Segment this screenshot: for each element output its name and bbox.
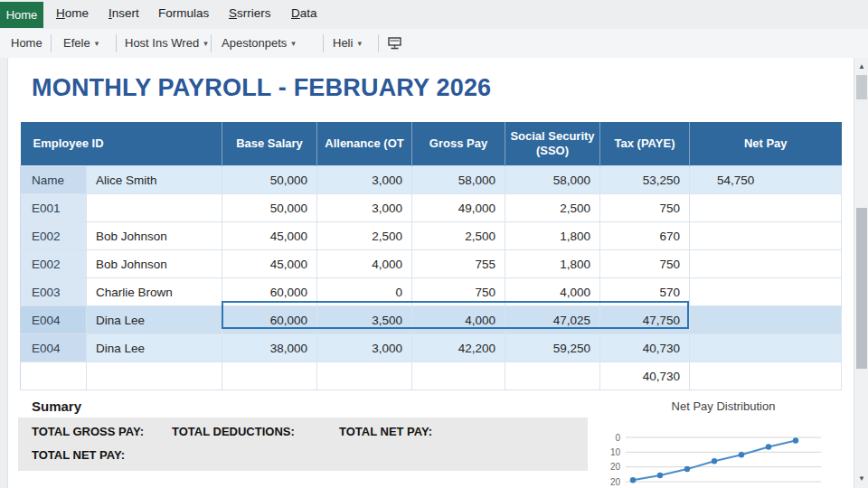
table-cell[interactable]: Dina Lee — [87, 306, 222, 334]
table-cell[interactable]: 750 — [600, 194, 690, 222]
column-header[interactable]: Tax (PAYE) — [600, 122, 690, 166]
table-cell[interactable] — [87, 194, 222, 222]
table-cell[interactable]: 2,500 — [505, 194, 600, 222]
table-cell[interactable]: 2,500 — [412, 222, 505, 250]
toolbar-item-apestonpets[interactable]: Apestonpets▾ — [222, 36, 296, 50]
scroll-up-icon[interactable]: ▲ — [854, 60, 868, 72]
column-header[interactable]: Gross Pay — [412, 122, 505, 166]
table-cell[interactable]: 45,000 — [222, 222, 317, 250]
menu-item-insert[interactable]: Insert — [108, 6, 139, 20]
table-cell[interactable]: 42,200 — [412, 334, 505, 362]
table-cell[interactable]: 3,000 — [317, 194, 412, 222]
table-cell[interactable]: 1,800 — [505, 250, 600, 278]
table-cell[interactable]: 3,500 — [317, 306, 412, 334]
table-row: E003Charlie Brown60,00007504,000570 — [21, 278, 842, 306]
menu-item-data[interactable]: Data — [291, 6, 317, 20]
column-header[interactable]: Social Security (SSO) — [505, 122, 600, 166]
table-cell[interactable]: Alice Smith — [87, 166, 222, 194]
table-cell[interactable]: 0 — [317, 278, 412, 306]
table-cell[interactable]: 40,730 — [600, 334, 690, 362]
table-cell[interactable]: 4,000 — [505, 278, 600, 306]
toolbar-item-efele[interactable]: Efele▾ — [63, 36, 99, 50]
scrollbar-segment[interactable] — [856, 75, 867, 99]
table-row: E002Bob Johnson45,0002,5002,5001,800670 — [21, 222, 842, 250]
summary-heading: Sumary — [32, 399, 81, 414]
table-cell[interactable]: 50,000 — [222, 166, 317, 194]
vertical-scrollbar[interactable]: ▲ ▼ — [854, 58, 868, 488]
net-pay-chart[interactable]: Net Pay Distribution 2020100 — [588, 396, 859, 488]
table-cell[interactable]: Dina Lee — [87, 334, 222, 362]
menu-item-home[interactable]: Home — [56, 6, 89, 20]
table-cell[interactable] — [690, 306, 842, 334]
table-cell[interactable] — [690, 334, 842, 362]
total-net-pay-label-2: TOTAL NET PAY: — [32, 448, 125, 462]
table-cell[interactable]: E003 — [21, 278, 87, 306]
table-cell[interactable] — [690, 250, 842, 278]
column-header[interactable]: Net Pay — [690, 122, 842, 166]
table-cell[interactable]: E002 — [21, 250, 87, 278]
table-cell[interactable]: 58,000 — [505, 166, 600, 194]
table-cell[interactable]: 38,000 — [222, 334, 317, 362]
table-cell[interactable]: 3,000 — [317, 334, 412, 362]
table-cell[interactable]: 47,750 — [600, 306, 690, 334]
toolbar-item-heli[interactable]: Heli▾ — [333, 36, 362, 50]
table-cell[interactable]: 4,000 — [412, 306, 505, 334]
table-cell[interactable]: 570 — [600, 278, 690, 306]
table-cell[interactable]: 3,000 — [317, 166, 412, 194]
table-cell[interactable]: 40,730 — [600, 362, 690, 390]
table-cell[interactable]: E002 — [21, 222, 87, 250]
toolbar-separator — [378, 34, 379, 52]
table-cell[interactable] — [690, 194, 842, 222]
table-cell[interactable]: 58,000 — [412, 166, 505, 194]
menu-item-formulas[interactable]: Formulas — [158, 6, 209, 20]
table-cell[interactable]: 4,000 — [317, 250, 412, 278]
table-cell[interactable]: 670 — [600, 222, 690, 250]
table-cell[interactable] — [690, 222, 842, 250]
table-cell[interactable]: 60,000 — [222, 278, 317, 306]
svg-text:0: 0 — [615, 433, 620, 443]
table-cell[interactable]: 750 — [600, 250, 690, 278]
scrollbar-thumb[interactable] — [856, 208, 867, 369]
table-cell[interactable]: 45,000 — [222, 250, 317, 278]
toolbar-separator — [116, 34, 117, 52]
table-cell[interactable] — [690, 278, 842, 306]
table-cell[interactable]: Bob Johnson — [87, 222, 222, 250]
table-cell[interactable]: E004 — [21, 306, 87, 334]
table-cell[interactable]: Charlie Brown — [87, 278, 222, 306]
tab-home-active[interactable]: Home — [0, 2, 43, 28]
column-header[interactable]: Employee ID — [21, 122, 222, 166]
table-cell[interactable]: 1,800 — [505, 222, 600, 250]
toolbar-item-home[interactable]: Home — [11, 36, 42, 50]
table-cell[interactable] — [21, 362, 87, 390]
toolbar-item-host-ins-wred[interactable]: Host Ins Wred▾ — [125, 36, 208, 50]
table-cell[interactable]: 47,025 — [505, 306, 600, 334]
table-cell[interactable]: 750 — [412, 278, 505, 306]
column-header[interactable]: Allenance (OT — [317, 122, 412, 166]
table-cell[interactable]: 755 — [412, 250, 505, 278]
table-cell[interactable] — [87, 362, 222, 390]
table-row: E004Dina Lee60,0003,5004,00047,02547,750 — [21, 306, 842, 334]
menu-bar: Home Home Insert Formulas Ssrriers Data — [0, 0, 868, 30]
table-cell[interactable] — [412, 362, 505, 390]
table-cell[interactable]: 49,000 — [412, 194, 505, 222]
table-cell[interactable]: 60,000 — [222, 306, 317, 334]
table-cell[interactable]: 59,250 — [505, 334, 600, 362]
menu-item-ssrriers[interactable]: Ssrriers — [229, 6, 271, 20]
table-cell[interactable]: 53,250 — [600, 166, 690, 194]
table-cell[interactable] — [505, 362, 600, 390]
page-title: MONTHLY PAYROLL - FEBRUARY 2026 — [32, 74, 491, 102]
table-cell[interactable] — [690, 362, 842, 390]
column-header[interactable]: Base Salary — [222, 122, 317, 166]
table-cell[interactable]: E001 — [21, 194, 87, 222]
scroll-down-icon[interactable]: ▼ — [854, 472, 868, 484]
window-icon[interactable] — [387, 36, 402, 52]
table-cell[interactable]: 50,000 — [222, 194, 317, 222]
table-cell[interactable]: 2,500 — [317, 222, 412, 250]
table-cell[interactable]: Name — [21, 166, 87, 194]
table-cell[interactable]: Bob Johnson — [87, 250, 222, 278]
table-cell[interactable]: E004 — [21, 334, 87, 362]
table-header-row: Employee IDBase SalaryAllenance (OTGross… — [21, 122, 842, 166]
table-cell[interactable] — [317, 362, 412, 390]
table-cell[interactable]: 54,750 — [690, 166, 842, 194]
table-cell[interactable] — [222, 362, 317, 390]
